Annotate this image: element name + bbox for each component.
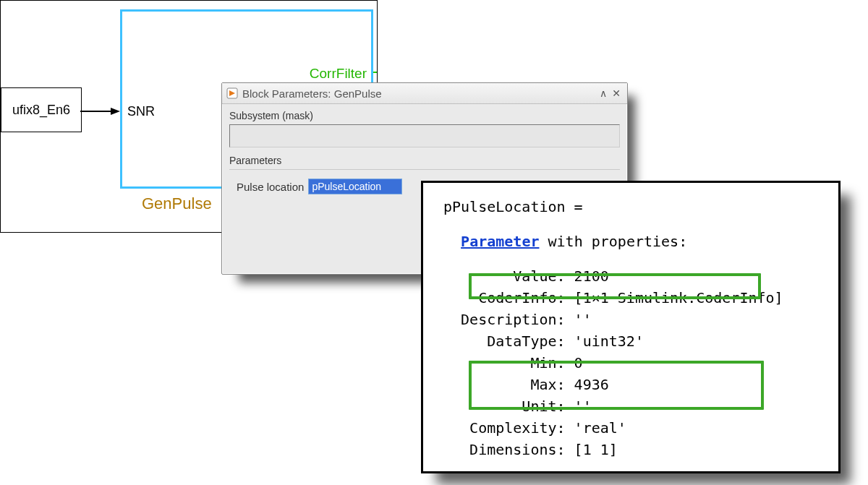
prop-description: Description: '' [443,309,824,330]
highlight-box-value [469,273,761,299]
dialog-titlebar[interactable]: Block Parameters: GenPulse ∧ ✕ [222,83,627,104]
prop-complexity: Complexity: 'real' [443,417,824,439]
svg-marker-1 [111,108,120,115]
prop-datatype: DataType: 'uint32' [443,330,824,352]
maximize-button[interactable]: ∧ [597,87,610,99]
dialog-title-text: Block Parameters: GenPulse [242,87,382,100]
subsystem-name-label: GenPulse [142,194,212,213]
mask-description-box [229,124,620,147]
pulse-location-label: Pulse location [237,181,304,193]
close-button[interactable]: ✕ [610,87,623,99]
port-label-corrfilter: CorrFilter [310,66,367,82]
pulse-location-input[interactable] [308,179,402,194]
subsystem-mask-label: Subsystem (mask) [229,110,620,121]
input-block[interactable]: ufix8_En6 [1,87,82,132]
highlight-box-minmax [469,361,764,410]
prop-dimensions: Dimensions: [1 1] [443,439,824,460]
input-block-label: ufix8_En6 [12,103,70,117]
parameters-section-header: Parameters [229,155,620,170]
console-assign-line: pPulseLocation = [443,196,824,218]
parameter-type-link[interactable]: Parameter [461,233,539,250]
simulink-app-icon [226,87,238,99]
matlab-console-output: pPulseLocation = Parameter with properti… [421,181,841,473]
with-properties-text: with properties: [539,233,687,250]
port-label-snr: SNR [127,104,155,119]
signal-arrow-snr [80,108,120,115]
